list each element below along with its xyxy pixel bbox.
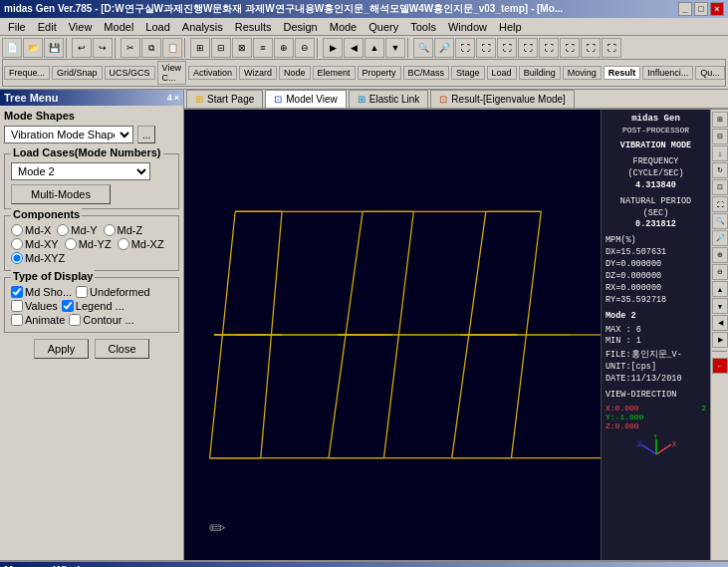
rtb-14[interactable]: ▶ xyxy=(712,332,728,348)
tab-stage[interactable]: Stage xyxy=(451,66,485,80)
tab-activation[interactable]: Activation xyxy=(188,66,237,80)
tab-elastic-link[interactable]: ⊞ Elastic Link xyxy=(349,90,429,108)
vibration-mode-select[interactable]: Vibration Mode Shapes xyxy=(4,126,133,143)
tab-bcmass[interactable]: BC/Mass xyxy=(403,66,450,80)
tb16[interactable]: ⛶ xyxy=(518,38,538,58)
rtb-7[interactable]: 🔍 xyxy=(712,213,728,229)
cb-legend[interactable]: Legend ... xyxy=(62,300,124,312)
tb11[interactable]: 🔍 xyxy=(413,38,433,58)
menu-mode[interactable]: Mode xyxy=(324,20,364,34)
rtb-3[interactable]: ↕ xyxy=(712,145,728,161)
radio-input-md-x[interactable] xyxy=(11,224,23,236)
menu-help[interactable]: Help xyxy=(493,20,528,34)
tb6[interactable]: ⊖ xyxy=(295,38,315,58)
cb-animate[interactable]: Animate xyxy=(11,314,65,326)
tb18[interactable]: ⛶ xyxy=(560,38,580,58)
toolbar-copy[interactable]: ⧉ xyxy=(141,38,161,58)
radio-md-xy[interactable]: Md-XY xyxy=(11,238,59,250)
tab-viewc[interactable]: View C... xyxy=(157,61,186,85)
rtb-8[interactable]: 🔎 xyxy=(712,230,728,246)
tb19[interactable]: ⛶ xyxy=(581,38,601,58)
cb-input-contour[interactable] xyxy=(69,314,81,326)
menu-results[interactable]: Results xyxy=(229,20,278,34)
menu-load[interactable]: Load xyxy=(139,20,175,34)
multi-modes-button[interactable]: Multi-Modes xyxy=(11,184,111,204)
toolbar-redo[interactable]: ↪ xyxy=(93,38,113,58)
tab-property[interactable]: Property xyxy=(358,66,401,80)
rtb-12[interactable]: ▼ xyxy=(712,298,728,314)
menu-tools[interactable]: Tools xyxy=(404,20,442,34)
tab-influenci[interactable]: Influenci... xyxy=(642,66,693,80)
radio-input-md-xyz[interactable] xyxy=(11,252,23,264)
toolbar-cut[interactable]: ✂ xyxy=(121,38,140,58)
tb1[interactable]: ⊞ xyxy=(190,38,210,58)
radio-input-md-xy[interactable] xyxy=(11,238,23,250)
toolbar-open[interactable]: 📂 xyxy=(23,38,43,58)
tab-moving[interactable]: Moving xyxy=(563,66,602,80)
rtb-2[interactable]: ⊟ xyxy=(712,129,728,144)
tb4[interactable]: ≡ xyxy=(253,38,273,58)
tab-model-view[interactable]: ⊡ Model View xyxy=(265,90,347,108)
tab-result[interactable]: Result xyxy=(604,66,641,80)
tab-building[interactable]: Building xyxy=(519,66,561,80)
radio-md-xz[interactable]: Md-XZ xyxy=(118,238,164,250)
rtb-11[interactable]: ▲ xyxy=(712,281,728,297)
tb9[interactable]: ▲ xyxy=(364,38,384,58)
toolbar-new[interactable]: 📄 xyxy=(2,38,22,58)
radio-md-z[interactable]: Md-Z xyxy=(104,224,143,236)
tab-node[interactable]: Node xyxy=(279,66,311,80)
radio-md-x[interactable]: Md-X xyxy=(11,224,51,236)
tab-result-eigenvalue[interactable]: ⊡ Result-[Eigenvalue Mode] xyxy=(430,90,575,108)
rtb-4[interactable]: ↻ xyxy=(712,162,728,178)
menu-design[interactable]: Design xyxy=(277,20,323,34)
rtb-1[interactable]: ⊞ xyxy=(712,112,728,128)
radio-md-yz[interactable]: Md-YZ xyxy=(65,238,112,250)
apply-button[interactable]: Apply xyxy=(34,339,89,359)
rtb-10[interactable]: ⊖ xyxy=(712,264,728,280)
tab-wizard[interactable]: Wizard xyxy=(239,66,277,80)
viewport[interactable]: ✏ xyxy=(184,110,601,560)
tb7[interactable]: ▶ xyxy=(323,38,343,58)
minimize-btn[interactable]: _ xyxy=(678,2,692,16)
close-button[interactable]: Close xyxy=(95,339,149,359)
tab-load[interactable]: Load xyxy=(487,66,517,80)
tb12[interactable]: 🔎 xyxy=(434,38,454,58)
toolbar-undo[interactable]: ↩ xyxy=(72,38,92,58)
dots-button[interactable]: ... xyxy=(137,126,155,143)
cb-input-legend[interactable] xyxy=(62,300,74,312)
radio-md-xyz[interactable]: Md-XYZ xyxy=(11,252,65,264)
menu-model[interactable]: Model xyxy=(98,20,139,34)
cb-input-md-sho[interactable] xyxy=(11,286,23,298)
radio-md-y[interactable]: Md-Y xyxy=(57,224,97,236)
tb13[interactable]: ⛶ xyxy=(455,38,475,58)
cb-contour[interactable]: Contour ... xyxy=(69,314,133,326)
toolbar-save[interactable]: 💾 xyxy=(44,38,64,58)
close-btn[interactable]: × xyxy=(710,2,724,16)
menu-window[interactable]: Window xyxy=(442,20,493,34)
rtb-9[interactable]: ⊕ xyxy=(712,247,728,263)
cb-values[interactable]: Values xyxy=(11,300,58,312)
menu-view[interactable]: View xyxy=(63,20,99,34)
tab-start-page[interactable]: ⊞ Start Page xyxy=(186,90,263,108)
rtb-5[interactable]: ⊡ xyxy=(712,179,728,195)
tree-menu-close[interactable]: × xyxy=(174,93,179,103)
tb14[interactable]: ⛶ xyxy=(476,38,496,58)
tb17[interactable]: ⛶ xyxy=(539,38,559,58)
tb10[interactable]: ▼ xyxy=(385,38,405,58)
toolbar-paste[interactable]: 📋 xyxy=(162,38,182,58)
radio-input-md-yz[interactable] xyxy=(65,238,77,250)
cb-input-animate[interactable] xyxy=(11,314,23,326)
load-cases-select[interactable]: Mode 2 xyxy=(11,162,150,180)
tab-gridsnap[interactable]: Grid/Snap xyxy=(52,66,103,80)
menu-edit[interactable]: Edit xyxy=(32,20,63,34)
tb3[interactable]: ⊠ xyxy=(232,38,252,58)
cb-input-undeformed[interactable] xyxy=(76,286,88,298)
radio-input-md-y[interactable] xyxy=(57,224,69,236)
tb5[interactable]: ⊕ xyxy=(274,38,294,58)
tab-qu[interactable]: Qu... xyxy=(695,66,725,80)
tb8[interactable]: ◀ xyxy=(344,38,364,58)
cb-undeformed[interactable]: Undeformed xyxy=(76,286,150,298)
tab-ucsgcs[interactable]: UCS/GCS xyxy=(105,66,155,80)
menu-query[interactable]: Query xyxy=(363,20,404,34)
tab-freque[interactable]: Freque... xyxy=(4,66,50,80)
